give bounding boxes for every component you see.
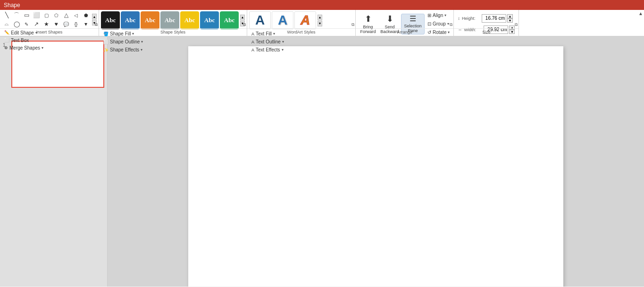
ribbon-tab-bar: Shape: [0, 0, 644, 10]
shape-rtri-icon[interactable]: ◁: [71, 11, 81, 19]
ribbon-collapse-icon: ▲: [638, 11, 643, 16]
style-preset-5-label: Abc: [184, 17, 195, 24]
shape-star5-icon[interactable]: ★: [42, 20, 51, 28]
text-box-button[interactable]: ⬜ Text Box: [3, 36, 96, 44]
shape-arc-icon[interactable]: ⌓: [2, 20, 11, 28]
style-preset-4-label: Abc: [165, 17, 175, 24]
wordart-styles-section: A A A ▲ ▼: [247, 10, 356, 36]
group-icon: ⊡: [427, 21, 431, 26]
size-collapse-icon[interactable]: ⧉: [515, 22, 518, 27]
size-section: ↕ Height: ▲ ▼ ↔ Width: ▲: [454, 10, 519, 36]
styles-scroll-up[interactable]: ▲: [240, 15, 245, 20]
text-effects-button[interactable]: A Text Effects ▾: [250, 46, 352, 54]
canvas-area[interactable]: [108, 37, 644, 287]
shape-octagon-icon[interactable]: ⬠: [51, 11, 61, 19]
shape-rect-icon[interactable]: ▭: [22, 11, 31, 19]
style-preset-2-label: Abc: [125, 17, 135, 24]
ribbon-content-row: ╲ ⌒ ▭ ⬜ ▢ ⬠ △ ◁ ⬟ ⌓: [0, 10, 644, 36]
shape-outline-icon: ⬜: [103, 40, 109, 44]
wordart-collapse-icon[interactable]: ⧉: [351, 22, 354, 27]
shape-curve-icon[interactable]: ⌒: [12, 11, 21, 19]
text-effects-label: Text Effects: [256, 47, 280, 52]
shape-effects-icon: ✨: [103, 48, 109, 52]
style-preset-6-label: Abc: [204, 17, 215, 24]
shape-style-preset-3[interactable]: Abc: [141, 11, 159, 29]
shape-square-icon[interactable]: ⬜: [32, 11, 41, 19]
shape-styles-collapse-icon[interactable]: ⧉: [243, 22, 246, 27]
shape-tab-label: Shape: [4, 2, 20, 8]
shape-heart-icon[interactable]: ♥: [51, 20, 61, 28]
shape-outline-label: Shape Outline: [110, 39, 140, 44]
wordart-preset-2-letter: A: [278, 13, 287, 28]
shape-freeform-icon[interactable]: ✎: [22, 20, 31, 28]
height-spin-up[interactable]: ▲: [507, 14, 513, 18]
height-input[interactable]: [482, 14, 506, 23]
shape-outline-button[interactable]: ⬜ Shape Outline ▾: [102, 38, 244, 46]
shape-style-preset-7[interactable]: Abc: [220, 11, 239, 29]
wordart-styles-label: WordArt Styles: [247, 28, 355, 35]
shape-style-preset-5[interactable]: Abc: [180, 11, 199, 29]
group-label: Group: [433, 21, 446, 26]
insert-shapes-collapse-icon[interactable]: ⧉: [95, 22, 98, 27]
group-button[interactable]: ⊡ Group ▾: [426, 20, 452, 28]
bring-forward-icon: ⬆: [365, 14, 372, 24]
merge-shapes-label: Merge Shapes: [9, 45, 40, 51]
merge-shapes-dropdown-icon: ▾: [42, 46, 43, 50]
align-button[interactable]: ⊞ Align ▾: [426, 11, 452, 19]
slide-panel: 1: [0, 37, 108, 287]
merge-shapes-button[interactable]: ⊕ Merge Shapes ▾: [3, 44, 96, 51]
wordart-scroll-down[interactable]: ▼: [318, 21, 322, 26]
wordart-preset-2[interactable]: A: [272, 11, 293, 29]
height-spinner: ▲ ▼: [507, 14, 513, 23]
arrange-collapse-icon[interactable]: ⧉: [450, 22, 452, 27]
shapes-scroll-up[interactable]: ▲: [92, 14, 97, 19]
style-preset-7-label: Abc: [224, 17, 234, 24]
align-dropdown-icon: ▾: [444, 13, 446, 17]
shape-triangle-icon[interactable]: △: [61, 11, 71, 19]
text-effects-dropdown-icon: ▾: [282, 48, 284, 52]
height-label: Height:: [462, 16, 481, 21]
send-backward-icon: ⬇: [386, 14, 393, 24]
align-label: Align: [433, 13, 443, 18]
selection-pane-icon: ☰: [410, 14, 416, 23]
shape-ellipse-icon[interactable]: ◯: [12, 20, 21, 28]
text-outline-icon: A: [251, 40, 254, 44]
shape-callout-icon[interactable]: 💬: [61, 20, 71, 28]
wordart-preset-1-letter: A: [255, 13, 265, 28]
shape-style-preset-2[interactable]: Abc: [121, 11, 140, 29]
group-dropdown-icon: ▾: [447, 22, 449, 26]
shape-effects-button[interactable]: ✨ Shape Effects ▾: [102, 46, 244, 54]
insert-shapes-label: Insert Shapes: [0, 28, 99, 35]
wordart-preset-3[interactable]: A: [294, 11, 316, 29]
text-outline-dropdown-icon: ▾: [282, 40, 284, 44]
shape-effects-dropdown-icon: ▾: [141, 48, 142, 52]
size-label: Size: [454, 28, 519, 35]
arrange-label: Arrange: [356, 28, 453, 35]
wordart-scroll-up[interactable]: ▲: [318, 15, 322, 20]
height-spin-down[interactable]: ▼: [507, 18, 513, 23]
shape-arrow-icon[interactable]: ↗: [32, 20, 41, 28]
shape-style-preset-1[interactable]: Abc: [101, 11, 120, 29]
style-preset-3-label: Abc: [145, 17, 155, 24]
wordart-preset-3-letter: A: [301, 13, 310, 28]
merge-shapes-icon: ⊕: [4, 45, 8, 50]
text-outline-button[interactable]: A Text Outline ▾: [250, 38, 352, 46]
shape-round-rect-icon[interactable]: ▢: [42, 11, 51, 19]
shape-outline-dropdown-icon: ▾: [141, 40, 143, 44]
slide-canvas[interactable]: [188, 46, 563, 287]
shape-line-icon[interactable]: ╲: [2, 11, 11, 19]
shape-style-preset-4[interactable]: Abc: [160, 11, 179, 29]
wordart-preset-1[interactable]: A: [249, 11, 271, 29]
shape-more-icon[interactable]: ▾: [81, 20, 91, 28]
shape-pentagon-icon[interactable]: ⬟: [81, 11, 91, 19]
insert-shapes-section: ╲ ⌒ ▭ ⬜ ▢ ⬠ △ ◁ ⬟ ⌓: [0, 10, 99, 36]
shape-equation-icon[interactable]: {}: [71, 20, 81, 28]
text-box-label: Text Box: [11, 38, 29, 43]
shape-styles-label: Shape Styles: [99, 28, 247, 35]
ribbon-collapse-button[interactable]: ▲: [637, 10, 644, 36]
height-icon: ↕: [458, 16, 460, 21]
text-outline-label: Text Outline: [256, 39, 281, 44]
main-area: 1: [0, 37, 644, 287]
shape-style-preset-6[interactable]: Abc: [200, 11, 219, 29]
height-row: ↕ Height: ▲ ▼: [458, 14, 515, 23]
